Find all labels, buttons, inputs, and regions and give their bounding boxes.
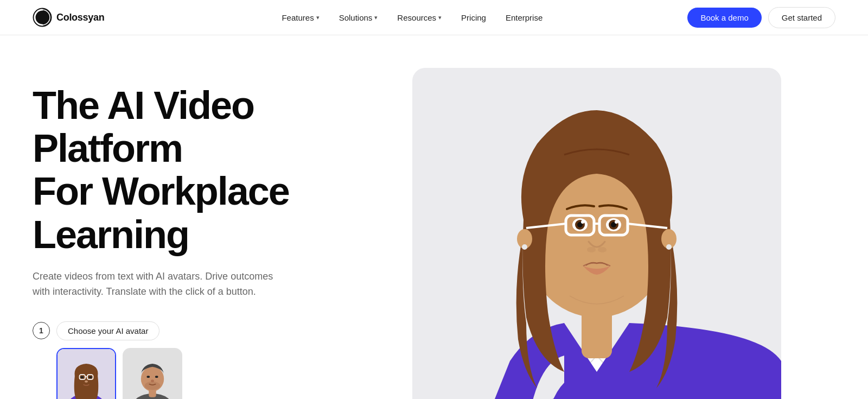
hero-section: The AI Video Platform For Workplace Lear…: [0, 35, 868, 399]
chevron-down-icon: ▾: [374, 14, 378, 21]
svg-point-45: [615, 220, 618, 224]
svg-rect-6: [80, 376, 84, 378]
svg-point-47: [598, 247, 607, 252]
svg-point-16: [145, 381, 161, 389]
svg-point-29: [522, 244, 527, 250]
nav-enterprise[interactable]: Enterprise: [498, 9, 550, 27]
svg-point-46: [587, 247, 596, 252]
hero-image: [412, 68, 781, 399]
svg-point-44: [581, 220, 584, 224]
logo-text: Colossyan: [56, 12, 104, 23]
step-choose-avatar: 1 Choose your AI avatar: [33, 321, 412, 399]
navbar: Colossyan Features ▾ Solutions ▾ Resourc…: [0, 0, 868, 35]
step-label: Choose your AI avatar: [56, 321, 159, 340]
get-started-nav-button[interactable]: Get started: [768, 7, 835, 28]
nav-pricing[interactable]: Pricing: [454, 9, 494, 27]
svg-point-19: [151, 379, 154, 382]
nav-features[interactable]: Features ▾: [274, 9, 327, 27]
svg-rect-17: [146, 376, 150, 378]
nav-resources[interactable]: Resources ▾: [390, 9, 449, 27]
logo[interactable]: Colossyan: [33, 8, 104, 27]
svg-point-0: [33, 8, 52, 27]
avatar-card-female[interactable]: [56, 348, 116, 399]
avatar-card-male[interactable]: [123, 348, 182, 399]
step-header: 1 Choose your AI avatar: [33, 321, 412, 340]
nav-links: Features ▾ Solutions ▾ Resources ▾ Prici…: [137, 9, 687, 27]
hero-subtitle: Create videos from text with AI avatars.…: [33, 269, 293, 300]
svg-point-11: [85, 380, 88, 382]
chevron-down-icon: ▾: [316, 14, 320, 21]
avatar-cards: [56, 348, 412, 399]
hero-title: The AI Video Platform For Workplace Lear…: [33, 84, 412, 256]
nav-solutions[interactable]: Solutions ▾: [331, 9, 386, 27]
nav-actions: Book a demo Get started: [687, 7, 835, 28]
svg-point-30: [666, 244, 672, 250]
hero-left: The AI Video Platform For Workplace Lear…: [33, 68, 412, 399]
step-number: 1: [33, 322, 50, 339]
large-avatar: [412, 68, 781, 399]
chevron-down-icon: ▾: [438, 14, 442, 21]
book-demo-button[interactable]: Book a demo: [687, 8, 761, 28]
svg-rect-7: [89, 376, 92, 378]
svg-rect-18: [155, 376, 158, 378]
